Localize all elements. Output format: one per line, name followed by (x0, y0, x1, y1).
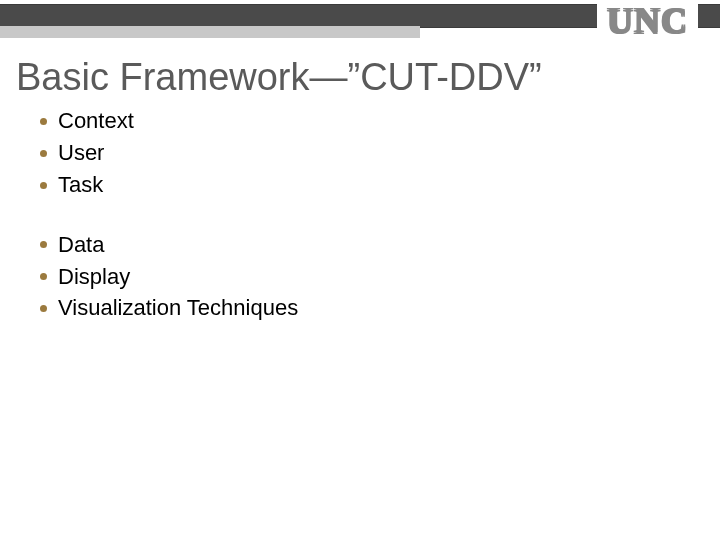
bullet-item: Task (40, 169, 720, 201)
bullet-item: Data (40, 229, 720, 261)
logo-text: UNC (607, 0, 688, 42)
slide-title: Basic Framework—”CUT-DDV” (16, 56, 720, 99)
bullet-item: Visualization Techniques (40, 292, 720, 324)
bullet-group-1: Context User Task (40, 105, 720, 201)
bullet-item: Display (40, 261, 720, 293)
bullet-item: Context (40, 105, 720, 137)
bullet-group-2: Data Display Visualization Techniques (40, 229, 720, 325)
header-bar: UNC (0, 0, 720, 42)
header-gray-strip (0, 26, 420, 38)
logo: UNC (597, 0, 698, 42)
bullet-item: User (40, 137, 720, 169)
